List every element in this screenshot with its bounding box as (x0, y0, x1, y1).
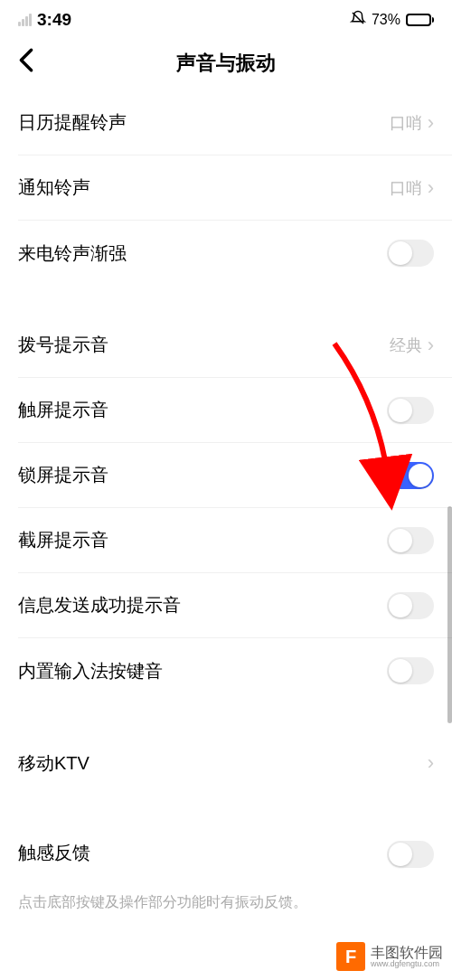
chevron-right-icon: › (428, 111, 434, 135)
status-bar: 3:49 73% (0, 0, 452, 36)
row-sms-sent-sound: 信息发送成功提示音 (18, 573, 452, 638)
row-label: 通知铃声 (18, 175, 90, 200)
haptic-subtext: 点击底部按键及操作部分功能时有振动反馈。 (18, 888, 452, 924)
chevron-right-icon: › (428, 176, 434, 200)
watermark-name: 丰图软件园 (371, 946, 443, 960)
row-label: 信息发送成功提示音 (18, 593, 181, 617)
watermark-logo: F (336, 942, 365, 971)
row-screenshot-sound: 截屏提示音 (18, 508, 452, 573)
header: 声音与振动 (0, 36, 452, 90)
row-value: 口哨 (390, 112, 422, 134)
chevron-right-icon: › (428, 751, 434, 775)
row-label: 移动KTV (18, 751, 89, 776)
row-notification-ringtone[interactable]: 通知铃声 口哨 › (18, 155, 452, 221)
toggle-screenshot-sound[interactable] (387, 527, 434, 554)
battery-icon (406, 14, 434, 26)
row-label: 触屏提示音 (18, 398, 108, 422)
chevron-right-icon: › (428, 334, 434, 357)
row-label: 锁屏提示音 (18, 463, 108, 487)
row-label: 日历提醒铃声 (18, 110, 127, 135)
row-mobile-ktv[interactable]: 移动KTV › (18, 730, 452, 796)
mute-icon (350, 10, 366, 31)
row-label: 来电铃声渐强 (18, 241, 127, 266)
row-value: 经典 (390, 335, 422, 356)
row-calendar-ringtone[interactable]: 日历提醒铃声 口哨 › (18, 90, 452, 155)
toggle-incoming-crescendo[interactable] (387, 240, 434, 267)
row-touch-sound: 触屏提示音 (18, 378, 452, 443)
row-incoming-crescendo: 来电铃声渐强 (18, 221, 452, 286)
status-time: 3:49 (37, 10, 71, 30)
row-ime-key-sound: 内置输入法按键音 (18, 638, 452, 703)
toggle-haptic-feedback[interactable] (387, 841, 434, 868)
row-label: 拨号提示音 (18, 333, 108, 357)
watermark: F 丰图软件园 www.dgfengtu.com (336, 942, 443, 971)
watermark-site: www.dgfengtu.com (371, 960, 443, 968)
row-label: 触感反馈 (18, 841, 387, 865)
row-label: 截屏提示音 (18, 528, 108, 552)
row-haptic-feedback: 触感反馈 (18, 823, 452, 888)
battery-percentage: 73% (372, 12, 400, 28)
toggle-sms-sent-sound[interactable] (387, 592, 434, 619)
page-title: 声音与振动 (176, 50, 276, 77)
back-button[interactable] (18, 48, 34, 80)
row-label: 内置输入法按键音 (18, 659, 163, 683)
toggle-ime-key-sound[interactable] (387, 657, 434, 684)
signal-icon (18, 14, 32, 26)
scroll-indicator (447, 506, 452, 723)
row-lock-sound: 锁屏提示音 (18, 443, 452, 508)
row-value: 口哨 (390, 177, 422, 199)
row-dial-tone[interactable]: 拨号提示音 经典 › (18, 313, 452, 378)
toggle-lock-sound[interactable] (387, 462, 434, 489)
toggle-touch-sound[interactable] (387, 397, 434, 424)
